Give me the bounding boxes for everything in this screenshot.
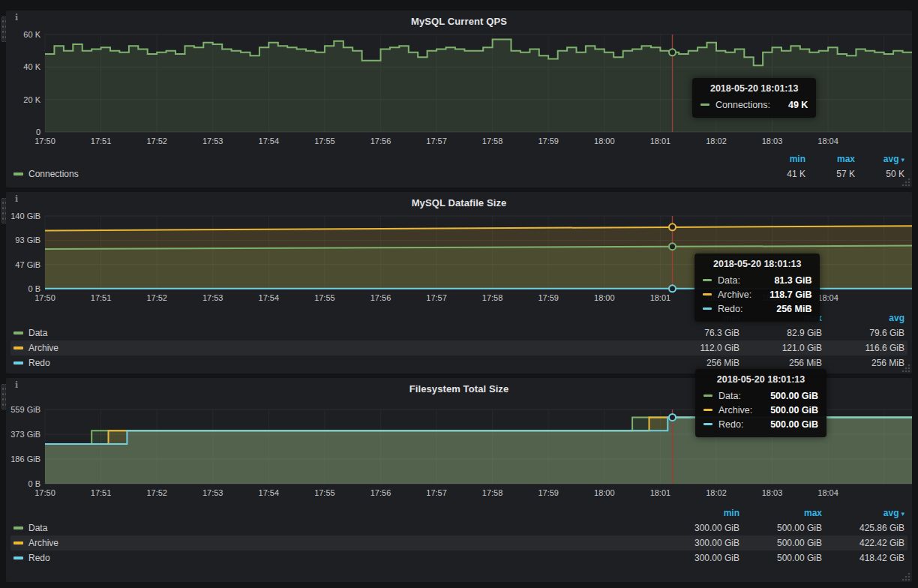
legend-series-toggle[interactable]: Connections — [14, 169, 756, 179]
svg-text:17:58: 17:58 — [482, 293, 503, 302]
svg-text:17:58: 17:58 — [482, 136, 503, 146]
legend-series-toggle[interactable]: Redo — [14, 358, 657, 368]
legend-series-toggle[interactable]: Archive — [14, 343, 657, 353]
svg-text:18:00: 18:00 — [594, 293, 615, 302]
series-color-swatch-icon — [703, 279, 712, 281]
legend: minmaxavg▾Connections41 K57 K50 K — [10, 152, 908, 182]
panel-resize-grip-icon[interactable] — [902, 178, 910, 187]
legend-min-value: 112.0 GiB — [657, 343, 740, 353]
panel-info-icon[interactable]: i — [15, 194, 18, 204]
legend-series-name: Archive — [28, 343, 58, 353]
legend-series-toggle[interactable]: Data — [14, 328, 657, 338]
tooltip-series-row: Connections:49 K — [700, 98, 808, 112]
svg-text:17:54: 17:54 — [259, 293, 280, 302]
svg-text:60 K: 60 K — [23, 32, 40, 39]
graph-tooltip: 2018-05-20 18:01:13 Connections:49 K — [692, 78, 816, 118]
legend-avg-value: 50 K — [855, 169, 904, 179]
svg-text:0 B: 0 B — [28, 284, 40, 293]
legend-min-value: 256 MiB — [657, 358, 740, 368]
tooltip-series-value: 49 K — [776, 100, 808, 110]
panel-drag-handle-icon[interactable] — [1, 198, 6, 224]
panel-info-icon[interactable]: i — [15, 13, 18, 22]
legend-series-name: Connections — [28, 169, 79, 179]
series-color-swatch-icon — [704, 394, 712, 397]
legend-series-name: Redo — [28, 358, 50, 368]
svg-text:17:50: 17:50 — [34, 293, 56, 302]
panel-resize-grip-icon[interactable] — [902, 364, 910, 373]
series-color-swatch-icon — [14, 346, 23, 350]
series-color-swatch-icon — [703, 308, 712, 310]
legend-stat-header-avg[interactable]: avg▾ — [855, 154, 904, 164]
legend-series-row: Archive112.0 GiB121.0 GiB116.6 GiB — [10, 340, 908, 356]
legend-series-toggle[interactable]: Redo — [14, 553, 657, 563]
svg-text:47 GiB: 47 GiB — [15, 260, 40, 269]
tooltip-series-value: 500.00 GiB — [758, 405, 818, 416]
svg-text:373 GiB: 373 GiB — [10, 430, 40, 439]
panel-title[interactable]: Filesystem Total Size — [410, 383, 509, 394]
tooltip-series-name: Data: — [718, 275, 740, 286]
tooltip-timestamp: 2018-05-20 18:01:13 — [700, 83, 808, 94]
legend-stat-header-max[interactable]: max — [740, 508, 822, 518]
series-color-swatch-icon — [14, 542, 23, 544]
svg-text:40 K: 40 K — [23, 62, 40, 71]
svg-text:17:52: 17:52 — [146, 293, 167, 302]
legend-stat-header-min[interactable]: min — [756, 154, 806, 164]
series-color-swatch-icon — [14, 556, 23, 560]
sort-caret-icon: ▾ — [901, 510, 904, 518]
panel-title[interactable]: MySQL Datafile Size — [412, 197, 507, 208]
svg-text:17:56: 17:56 — [370, 136, 392, 146]
svg-text:17:55: 17:55 — [314, 293, 335, 302]
tooltip-series-value: 256 MiB — [764, 304, 812, 314]
graph-tooltip: 2018-05-20 18:01:13 Data:500.00 GiBArchi… — [695, 369, 826, 437]
svg-text:17:59: 17:59 — [538, 488, 559, 497]
svg-text:17:53: 17:53 — [202, 136, 224, 146]
svg-text:18:00: 18:00 — [594, 136, 615, 146]
svg-text:20 K: 20 K — [23, 95, 40, 104]
legend-stat-header-min[interactable]: min — [657, 508, 740, 518]
tooltip-series-name: Archive: — [718, 290, 752, 300]
legend-stat-header-max[interactable]: max — [806, 154, 855, 164]
legend-min-value: 300.00 GiB — [657, 538, 740, 548]
legend-stat-header-avg[interactable]: avg — [822, 313, 904, 323]
legend-series-row: Archive300.00 GiB500.00 GiB422.42 GiB — [10, 536, 908, 550]
svg-text:17:59: 17:59 — [538, 293, 559, 302]
panel-info-icon[interactable]: i — [15, 380, 18, 390]
legend: minmaxavg▾Data300.00 GiB500.00 GiB425.86… — [10, 506, 908, 566]
tooltip-series-name: Data: — [718, 391, 741, 401]
legend-stat-header-avg[interactable]: avg▾ — [822, 508, 904, 518]
panel-title[interactable]: MySQL Current QPS — [411, 16, 507, 27]
legend-avg-value: 418.42 GiB — [822, 553, 904, 563]
legend-max-value: 256 MiB — [740, 358, 822, 368]
panel-resize-grip-icon[interactable] — [902, 572, 910, 581]
legend-max-value: 500.00 GiB — [740, 538, 822, 548]
tooltip-series-value: 118.7 GiB — [758, 290, 812, 300]
legend-series-name: Data — [28, 328, 47, 338]
legend-min-value: 41 K — [756, 169, 806, 179]
svg-text:17:54: 17:54 — [259, 136, 280, 146]
legend-series-toggle[interactable]: Archive — [14, 538, 657, 548]
tooltip-series-row: Data:500.00 GiB — [704, 388, 818, 403]
panel-drag-handle-icon[interactable] — [1, 16, 6, 42]
tooltip-series-row: Redo:500.00 GiB — [704, 417, 818, 431]
tooltip-series-row: Archive:500.00 GiB — [704, 403, 818, 417]
legend-series-toggle[interactable]: Data — [14, 523, 657, 533]
svg-text:18:04: 18:04 — [818, 136, 838, 146]
series-color-swatch-icon — [703, 293, 712, 296]
panel-drag-handle-icon[interactable] — [1, 384, 6, 410]
legend-min-value: 300.00 GiB — [657, 523, 740, 533]
svg-text:18:04: 18:04 — [818, 488, 838, 497]
svg-text:17:56: 17:56 — [370, 293, 392, 302]
tooltip-series-name: Redo: — [718, 419, 743, 430]
svg-text:17:54: 17:54 — [259, 488, 280, 497]
svg-text:17:57: 17:57 — [426, 136, 447, 146]
svg-text:186 GiB: 186 GiB — [10, 454, 40, 464]
legend-max-value: 121.0 GiB — [740, 343, 822, 353]
legend-max-value: 500.00 GiB — [740, 523, 822, 533]
panel-header: i MySQL Datafile Size — [10, 192, 908, 213]
svg-text:18:00: 18:00 — [594, 488, 615, 497]
legend-avg-value: 116.6 GiB — [822, 343, 904, 353]
svg-text:17:52: 17:52 — [146, 136, 167, 146]
legend-header-row: minmaxavg▾ — [10, 152, 908, 166]
svg-text:17:58: 17:58 — [482, 488, 503, 497]
tooltip-series-row: Archive:118.7 GiB — [703, 287, 812, 302]
